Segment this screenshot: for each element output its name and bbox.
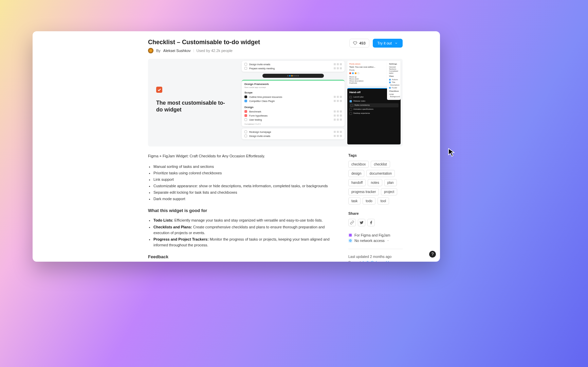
by-prefix: By bbox=[156, 49, 161, 53]
facebook-share-button[interactable] bbox=[367, 219, 375, 226]
tag[interactable]: todo bbox=[363, 197, 375, 205]
feature-item: Separate edit locking for task lists and… bbox=[153, 190, 335, 195]
tag[interactable]: documentation bbox=[366, 170, 395, 177]
tag[interactable]: handoff bbox=[348, 179, 366, 186]
try-label: Try it out bbox=[378, 41, 392, 45]
help-button[interactable]: ? bbox=[429, 251, 436, 258]
good-for-heading: What this widget is good for bbox=[148, 207, 335, 214]
last-updated: Last updated 2 months ago bbox=[348, 254, 403, 260]
hero-tagline: The most customisable to-do widget bbox=[156, 100, 232, 113]
hero-toolbar bbox=[262, 74, 324, 78]
good-for-item: Todo Lists: Efficiently manage your task… bbox=[153, 217, 335, 223]
support-email-link[interactable]: hello@alexsushkov.com bbox=[363, 260, 401, 262]
byline-divider bbox=[194, 49, 194, 52]
author-avatar[interactable] bbox=[148, 48, 153, 53]
support-label: Support: bbox=[348, 260, 362, 262]
hero-checkbox-icon bbox=[156, 87, 162, 93]
like-button[interactable]: 493 bbox=[349, 39, 369, 48]
plugin-title: Checklist – Customisable to-do widget bbox=[148, 39, 260, 46]
share-heading: Share bbox=[348, 211, 403, 215]
feature-item: Prioritize tasks using colored checkboxe… bbox=[153, 170, 335, 176]
modal-scroll[interactable]: Checklist – Customisable to-do widget By… bbox=[33, 39, 440, 262]
tag[interactable]: project bbox=[381, 188, 397, 195]
hero-preview: The most customisable to-do widget Desig… bbox=[148, 59, 403, 146]
try-it-out-button[interactable]: Try it out bbox=[373, 39, 403, 48]
tag[interactable]: progress tracker bbox=[348, 188, 379, 195]
feature-item: Customizable appearance: show or hide de… bbox=[153, 183, 335, 189]
feature-item: Link support bbox=[153, 177, 335, 182]
tag[interactable]: checkbox bbox=[348, 161, 369, 168]
svg-rect-0 bbox=[349, 234, 352, 237]
feedback-heading: Feedback bbox=[148, 254, 335, 260]
like-count: 493 bbox=[359, 41, 365, 45]
feature-item: Manual sorting of tasks and sections bbox=[153, 164, 335, 170]
feature-list: Manual sorting of tasks and sections Pri… bbox=[148, 164, 335, 202]
heart-icon bbox=[353, 41, 357, 45]
cursor-icon bbox=[448, 148, 456, 157]
sidebar-column: Tags checkbox checklist design documenta… bbox=[348, 153, 403, 262]
tag[interactable]: tool bbox=[378, 197, 389, 205]
tag[interactable]: task bbox=[348, 197, 361, 205]
hero-bottom-panel: Redesign homepage Design invite emails bbox=[242, 128, 345, 139]
chevron-down-icon bbox=[394, 41, 398, 45]
content-row: Figma + FigJam Widget: Craft Checklists … bbox=[148, 153, 403, 262]
tag[interactable]: notes bbox=[368, 179, 382, 186]
good-for-list: Todo Lists: Efficiently manage your task… bbox=[148, 217, 335, 248]
chevron-down-icon[interactable] bbox=[387, 239, 389, 242]
tag[interactable]: plan bbox=[384, 179, 397, 186]
network-access-row: No network access bbox=[348, 239, 403, 243]
figjam-icon bbox=[348, 233, 352, 237]
feature-item: Dark mode support bbox=[153, 196, 335, 202]
tag[interactable]: design bbox=[348, 170, 364, 177]
tags-heading: Tags bbox=[348, 153, 403, 157]
byline: By Aleksei Sushkov Used by 42.2k people bbox=[148, 48, 260, 53]
globe-icon bbox=[348, 239, 352, 243]
tag-list: checkbox checklist design documentation … bbox=[348, 161, 403, 205]
usage-count: Used by 42.2k people bbox=[197, 49, 233, 53]
hero-top-panel: Design invite emails Prepare weekly meet… bbox=[242, 61, 345, 72]
author-link[interactable]: Aleksei Sushkov bbox=[163, 49, 191, 53]
tag[interactable]: checklist bbox=[371, 161, 390, 168]
copy-link-button[interactable] bbox=[348, 219, 356, 226]
good-for-item: Checklists and Plans: Create comprehensi… bbox=[153, 224, 335, 236]
description-column: Figma + FigJam Widget: Craft Checklists … bbox=[148, 153, 335, 262]
header-row: Checklist – Customisable to-do widget By… bbox=[148, 39, 403, 53]
for-figma-row: For Figma and FigJam bbox=[348, 233, 403, 237]
intro-text: Figma + FigJam Widget: Craft Checklists … bbox=[148, 153, 335, 159]
good-for-item: Progress and Project Trackers: Monitor t… bbox=[153, 237, 335, 248]
meta-block: Last updated 2 months ago Support: hello… bbox=[348, 249, 403, 262]
plugin-detail-modal: Checklist – Customisable to-do widget By… bbox=[33, 31, 440, 262]
hero-framework-panel: Design Framework New social app concept … bbox=[242, 80, 345, 126]
twitter-share-button[interactable] bbox=[358, 219, 365, 226]
